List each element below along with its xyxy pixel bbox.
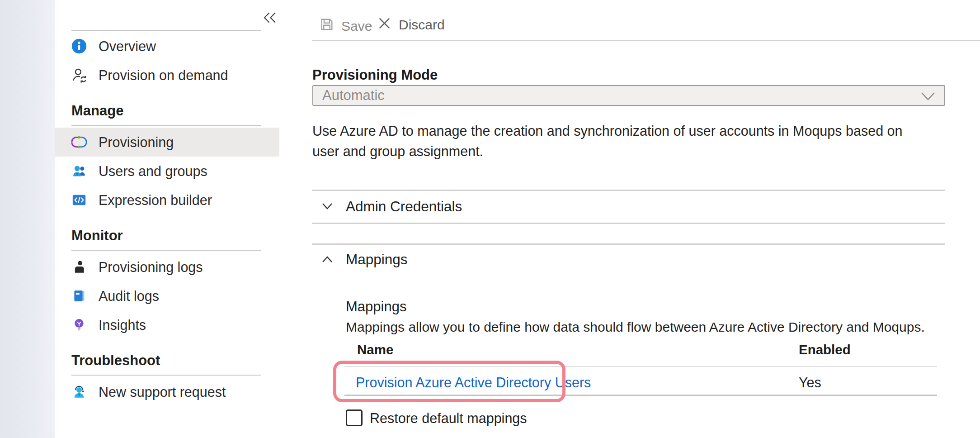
sidebar-item-provisioning-logs[interactable]: Provisioning logs xyxy=(55,252,294,281)
sidebar-item-insights[interactable]: Insights xyxy=(55,310,294,339)
sidebar-item-overview[interactable]: Overview xyxy=(55,32,294,61)
toolbar-divider xyxy=(312,40,980,41)
sidebar-item-audit-logs[interactable]: Audit logs xyxy=(55,281,294,310)
provisioning-loops-icon xyxy=(71,134,87,150)
admin-credentials-accordion[interactable]: Admin Credentials xyxy=(312,196,945,216)
sidebar-item-label: Provisioning logs xyxy=(99,259,203,275)
provisioning-mode-label: Provisioning Mode xyxy=(312,67,438,83)
sidebar-section-troubleshoot: Troubleshoot xyxy=(55,350,294,371)
admin-credentials-title: Admin Credentials xyxy=(346,198,462,215)
sidebar-item-provisioning[interactable]: Provisioning xyxy=(55,128,279,157)
mappings-subheading: Mappings xyxy=(346,299,406,315)
provisioning-mode-value: Automatic xyxy=(322,87,385,104)
sidebar-item-expression-builder[interactable]: Expression builder xyxy=(55,186,294,214)
sidebar-section-manage: Manage xyxy=(55,100,294,121)
chevron-down-icon xyxy=(322,203,333,210)
mappings-title: Mappings xyxy=(346,251,408,268)
lightbulb-icon xyxy=(71,317,87,333)
book-icon xyxy=(71,288,87,304)
code-brackets-icon xyxy=(71,192,87,208)
sidebar-divider xyxy=(71,30,261,31)
sidebar-item-label: New support request xyxy=(99,384,226,400)
sidebar-item-label: Audit logs xyxy=(99,288,159,304)
mappings-accordion[interactable]: Mappings xyxy=(312,249,945,269)
column-header-name: Name xyxy=(357,342,393,357)
section-divider xyxy=(312,223,945,224)
sidebar-divider xyxy=(71,375,261,376)
provisioning-mode-dropdown[interactable]: Automatic xyxy=(312,85,945,106)
sidebar-item-label: Users and groups xyxy=(99,163,207,179)
section-divider xyxy=(312,190,945,191)
sidebar-divider xyxy=(71,125,261,126)
save-button[interactable]: Save xyxy=(319,16,372,36)
sidebar-item-label: Provision on demand xyxy=(99,67,228,83)
section-divider xyxy=(312,243,945,245)
sidebar-item-label: Expression builder xyxy=(99,192,212,208)
chevron-down-icon xyxy=(921,92,935,103)
mapping-link-provision-users[interactable]: Provision Azure Active Directory Users xyxy=(356,375,591,390)
sidebar-nav: Overview Provision on demand Manage xyxy=(55,32,294,406)
sidebar-item-label: Provisioning xyxy=(99,134,174,150)
sidebar-section-monitor: Monitor xyxy=(55,225,294,246)
discard-button[interactable]: Discard xyxy=(377,16,445,33)
sidebar-item-label: Overview xyxy=(99,38,156,54)
sidebar-item-provision-on-demand[interactable]: Provision on demand xyxy=(55,61,294,90)
chevron-up-icon xyxy=(322,256,333,263)
save-disk-icon xyxy=(319,16,335,36)
info-icon xyxy=(71,38,87,54)
provisioning-description: Use Azure AD to manage the creation and … xyxy=(312,121,920,162)
table-row-divider xyxy=(344,395,937,396)
sidebar: Overview Provision on demand Manage xyxy=(55,0,294,438)
sidebar-item-label: Insights xyxy=(99,317,146,333)
person-log-icon xyxy=(71,259,87,275)
double-chevron-left-icon xyxy=(263,11,277,25)
collapse-sidebar-button[interactable] xyxy=(262,11,278,25)
restore-default-mappings-checkbox[interactable] xyxy=(346,409,363,426)
page-background-strip xyxy=(0,0,55,438)
column-header-enabled: Enabled xyxy=(799,342,851,357)
sidebar-item-new-support-request[interactable]: New support request xyxy=(55,377,294,406)
support-person-icon xyxy=(71,384,87,400)
mappings-description: Mappings allow you to define how data sh… xyxy=(346,319,925,335)
close-x-icon xyxy=(377,16,391,33)
save-label: Save xyxy=(341,19,372,34)
users-group-icon xyxy=(71,163,87,179)
restore-default-mappings-label: Restore default mappings xyxy=(370,410,527,426)
mapping-enabled-value: Yes xyxy=(799,375,821,390)
table-row-divider xyxy=(344,366,937,367)
sidebar-divider xyxy=(71,250,261,251)
person-sync-icon xyxy=(71,67,87,83)
discard-label: Discard xyxy=(399,17,445,33)
sidebar-item-users-and-groups[interactable]: Users and groups xyxy=(55,157,294,186)
main-content: Save Discard Provisioning Mode Automatic… xyxy=(312,0,980,438)
